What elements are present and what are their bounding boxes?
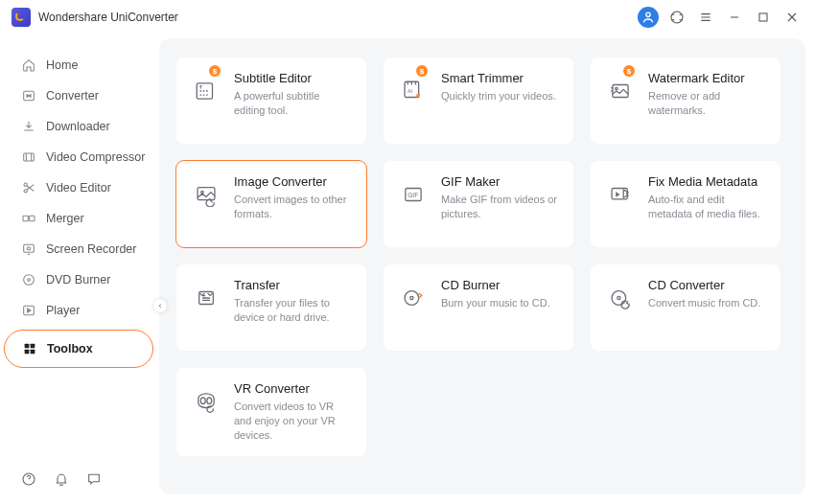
cd-converter-icon xyxy=(606,284,635,312)
tool-card-title: Fix Media Metadata xyxy=(648,174,767,189)
premium-badge: $ xyxy=(416,65,428,77)
svg-point-34 xyxy=(617,296,620,299)
home-icon xyxy=(21,57,36,73)
sidebar-collapse-button[interactable]: ‹ xyxy=(153,299,167,312)
menu-button[interactable] xyxy=(694,6,717,29)
svg-rect-4 xyxy=(24,153,35,161)
titlebar: Wondershare UniConverter xyxy=(0,0,815,34)
tool-card-smart-trimmer[interactable]: AI$Smart TrimmerQuickly trim your videos… xyxy=(384,57,573,144)
user-account-button[interactable] xyxy=(637,6,660,29)
svg-point-11 xyxy=(24,275,35,286)
minimize-button[interactable] xyxy=(723,6,746,29)
sidebar: Home Converter Downloader Video Compress… xyxy=(0,34,159,504)
scissors-icon xyxy=(21,180,36,195)
support-button[interactable] xyxy=(665,6,688,29)
svg-rect-8 xyxy=(30,216,35,220)
svg-text:GIF: GIF xyxy=(408,192,418,198)
tool-card-desc: Transfer your files to device or hard dr… xyxy=(234,296,353,325)
tool-card-desc: Convert music from CD. xyxy=(648,296,767,310)
smart-trimmer-icon: AI xyxy=(399,77,428,105)
svg-point-35 xyxy=(200,398,205,404)
sidebar-item-label: Converter xyxy=(46,89,99,103)
compressor-icon xyxy=(21,149,36,165)
tool-card-title: CD Burner xyxy=(441,278,560,292)
sidebar-item-downloader[interactable]: Downloader xyxy=(0,111,159,142)
sidebar-item-video-editor[interactable]: Video Editor xyxy=(0,172,159,203)
tool-card-title: VR Converter xyxy=(234,381,353,396)
tool-card-watermark-editor[interactable]: $Watermark EditorRemove or add watermark… xyxy=(591,57,780,144)
tool-card-subtitle-editor[interactable]: T$Subtitle EditorA powerful subtitle edi… xyxy=(176,57,366,144)
tool-card-cd-converter[interactable]: CD ConverterConvert music from CD. xyxy=(591,264,780,351)
maximize-button[interactable] xyxy=(752,6,775,29)
subtitle-editor-icon: T xyxy=(192,77,221,105)
sidebar-item-home[interactable]: Home xyxy=(0,50,159,80)
svg-point-36 xyxy=(207,398,212,404)
svg-point-10 xyxy=(27,247,30,250)
tool-card-title: Subtitle Editor xyxy=(234,71,353,85)
sidebar-item-player[interactable]: Player xyxy=(0,295,159,326)
vr-converter-icon xyxy=(192,387,221,416)
notifications-button[interactable] xyxy=(54,471,69,491)
sidebar-item-dvd-burner[interactable]: DVD Burner xyxy=(0,264,159,295)
tool-card-cd-burner[interactable]: CD BurnerBurn your music to CD. xyxy=(384,264,573,351)
tool-card-title: GIF Maker xyxy=(441,174,560,189)
tool-card-title: Transfer xyxy=(234,278,353,292)
tool-card-gif-maker[interactable]: GIFGIF MakerMake GIF from videos or pict… xyxy=(384,161,573,247)
feedback-button[interactable] xyxy=(86,471,102,491)
sidebar-item-label: Video Compressor xyxy=(46,150,145,164)
tool-card-desc: Remove or add watermarks. xyxy=(648,89,767,118)
svg-point-24 xyxy=(616,87,617,89)
watermark-editor-icon xyxy=(606,77,635,105)
sidebar-item-video-compressor[interactable]: Video Compressor xyxy=(0,142,159,172)
svg-rect-15 xyxy=(31,344,35,349)
tool-card-desc: Make GIF from videos or pictures. xyxy=(441,193,560,221)
svg-text:T: T xyxy=(199,84,203,90)
help-button[interactable] xyxy=(21,471,36,491)
sidebar-item-label: Video Editor xyxy=(46,181,111,195)
svg-point-32 xyxy=(410,296,413,299)
app-logo-icon xyxy=(12,8,31,27)
merger-icon xyxy=(21,211,36,226)
fix-media-metadata-icon xyxy=(606,180,635,209)
app-title: Wondershare UniConverter xyxy=(38,11,178,24)
svg-text:AI: AI xyxy=(408,89,412,94)
svg-point-31 xyxy=(405,291,419,306)
svg-point-6 xyxy=(24,190,27,193)
svg-point-5 xyxy=(24,183,27,186)
sidebar-item-label: Screen Recorder xyxy=(46,242,137,256)
premium-badge: $ xyxy=(623,65,635,77)
tool-card-title: CD Converter xyxy=(648,278,767,292)
tool-card-desc: Convert images to other formats. xyxy=(234,193,353,221)
tool-card-fix-media-metadata[interactable]: Fix Media MetadataAuto-fix and edit meta… xyxy=(591,161,780,247)
svg-point-12 xyxy=(28,279,31,282)
tool-card-desc: Burn your music to CD. xyxy=(441,296,560,310)
tool-card-vr-converter[interactable]: VR ConverterConvert videos to VR and enj… xyxy=(176,368,366,456)
svg-rect-16 xyxy=(25,350,30,355)
sidebar-item-toolbox[interactable]: Toolbox xyxy=(4,330,153,368)
sidebar-item-merger[interactable]: Merger xyxy=(0,203,159,234)
tool-card-image-converter[interactable]: Image ConverterConvert images to other f… xyxy=(176,161,366,247)
close-button[interactable] xyxy=(780,6,803,29)
svg-point-33 xyxy=(612,291,626,306)
disc-icon xyxy=(21,272,36,287)
tool-card-title: Smart Trimmer xyxy=(441,71,560,85)
premium-badge: $ xyxy=(209,65,221,77)
sidebar-item-label: Merger xyxy=(46,212,84,225)
svg-point-0 xyxy=(646,12,650,16)
sidebar-item-converter[interactable]: Converter xyxy=(0,80,159,111)
sidebar-item-label: DVD Burner xyxy=(46,273,110,286)
converter-icon xyxy=(21,88,36,103)
sidebar-item-label: Home xyxy=(46,58,78,72)
svg-point-1 xyxy=(671,11,683,23)
play-icon xyxy=(21,303,36,318)
tool-card-title: Image Converter xyxy=(234,174,353,189)
tool-card-transfer[interactable]: TransferTransfer your files to device or… xyxy=(176,264,366,351)
svg-rect-29 xyxy=(612,189,627,199)
recorder-icon xyxy=(21,241,36,257)
image-converter-icon xyxy=(192,180,221,209)
sidebar-item-label: Player xyxy=(46,304,80,317)
sidebar-item-screen-recorder[interactable]: Screen Recorder xyxy=(0,234,159,264)
toolbox-icon xyxy=(22,341,37,356)
gif-maker-icon: GIF xyxy=(399,180,428,209)
tool-card-desc: Quickly trim your videos. xyxy=(441,89,560,103)
